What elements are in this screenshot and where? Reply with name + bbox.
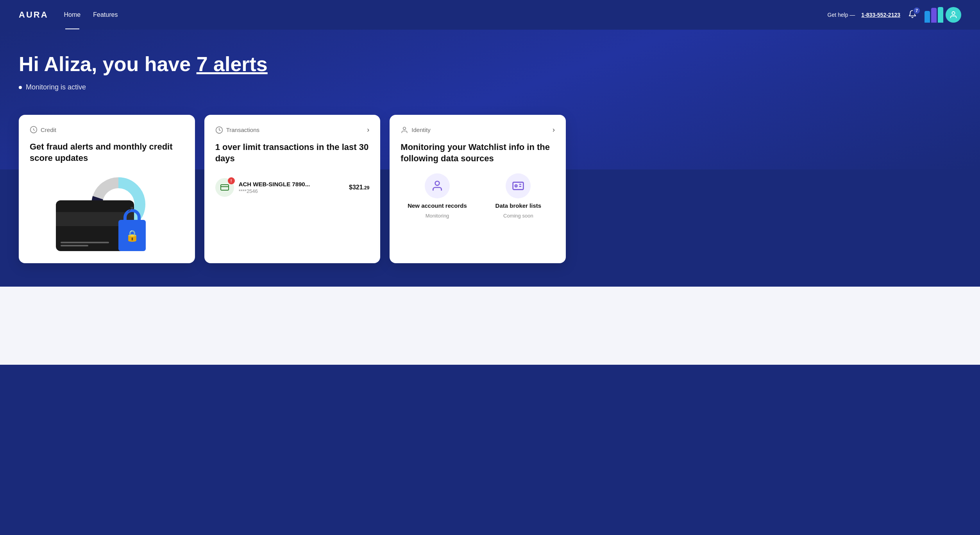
credit-title: Get fraud alerts and monthly credit scor…: [30, 141, 184, 164]
avatar-container: [925, 7, 961, 23]
source-1-name: New account records: [408, 202, 467, 209]
transactions-category: Transactions: [226, 127, 259, 133]
identity-chevron[interactable]: ›: [553, 126, 555, 134]
credit-card: Credit Get fraud alerts and monthly cred…: [19, 115, 195, 263]
nav-right: Get help — 1-833-552-2123 7: [828, 7, 961, 23]
identity-category: Identity: [411, 127, 430, 133]
identity-source-2: Data broker lists Coming soon: [482, 173, 555, 219]
id-card-icon: [512, 180, 524, 192]
bar-1: [925, 11, 930, 23]
identity-sources: New account records Monitoring Data brok…: [401, 173, 555, 219]
logo[interactable]: AURA: [19, 10, 48, 20]
lock-icon: 🔒: [118, 220, 146, 251]
amount-cents: .29: [363, 185, 370, 191]
notification-badge: 7: [913, 7, 921, 14]
hero-greeting: Hi Aliza, you have: [19, 53, 197, 75]
identity-source-1: New account records Monitoring: [401, 173, 474, 219]
identity-card[interactable]: Identity › Monitoring your Watchlist inf…: [390, 115, 566, 263]
credit-illustration: 🔒 ↗: [56, 173, 157, 251]
source-1-status: Monitoring: [426, 213, 449, 219]
svg-rect-6: [221, 185, 229, 190]
transaction-details: ACH WEB-SINGLE 7890... ****2546: [239, 181, 344, 194]
bar-2: [931, 8, 937, 23]
cards-section: Credit Get fraud alerts and monthly cred…: [0, 115, 980, 287]
svg-point-10: [515, 185, 517, 187]
transactions-header-left: Transactions: [215, 126, 259, 134]
source-2-status: Coming soon: [503, 213, 533, 219]
credit-header-left: Credit: [30, 126, 56, 134]
new-account-icon: [425, 173, 450, 198]
bar-3: [938, 7, 943, 23]
nav-home[interactable]: Home: [64, 11, 81, 18]
svg-point-8: [435, 181, 440, 185]
source-2-name: Data broker lists: [495, 202, 542, 209]
alert-dot: !: [228, 177, 235, 184]
transaction-name: ACH WEB-SINGLE 7890...: [239, 181, 344, 187]
person-icon: [431, 180, 444, 192]
transactions-icon: [215, 126, 223, 134]
amount-dollars: $321: [349, 184, 363, 191]
data-broker-icon: [506, 173, 531, 198]
notifications-button[interactable]: 7: [907, 8, 918, 22]
card-payment-icon: [220, 183, 229, 192]
color-bars: [925, 7, 943, 23]
transactions-chevron[interactable]: ›: [367, 126, 369, 134]
transactions-title: 1 over limit transactions in the last 30…: [215, 142, 370, 164]
page-background: [0, 287, 980, 365]
svg-rect-9: [513, 182, 524, 190]
nav-features[interactable]: Features: [93, 11, 118, 18]
bullet-point: [19, 86, 22, 89]
transactions-card-header: Transactions ›: [215, 126, 370, 134]
user-avatar[interactable]: [946, 7, 961, 23]
transaction-account: ****2546: [239, 188, 344, 194]
avatar-icon: [949, 11, 958, 19]
nav-links: Home Features: [64, 11, 118, 18]
identity-icon: [401, 126, 408, 134]
credit-card-header: Credit: [30, 126, 184, 134]
identity-card-header: Identity ›: [401, 126, 555, 134]
transactions-card[interactable]: Transactions › 1 over limit transactions…: [204, 115, 381, 263]
card-line-1: [61, 242, 109, 243]
transaction-amount: $321.29: [349, 184, 369, 191]
transaction-icon-wrap: !: [215, 178, 234, 197]
identity-title: Monitoring your Watchlist info in the fo…: [401, 142, 555, 164]
cards-grid: Credit Get fraud alerts and monthly cred…: [19, 115, 566, 263]
alerts-link[interactable]: 7 alerts: [197, 53, 268, 75]
phone-number[interactable]: 1-833-552-2123: [861, 12, 900, 18]
svg-point-7: [403, 127, 406, 130]
help-text: Get help —: [828, 12, 855, 18]
card-line-2: [61, 245, 88, 246]
identity-header-left: Identity: [401, 126, 430, 134]
credit-category: Credit: [41, 127, 56, 133]
svg-point-0: [952, 12, 955, 14]
monitoring-status: Monitoring is active: [26, 83, 86, 91]
hero-title: Hi Aliza, you have 7 alerts: [19, 53, 961, 75]
transaction-item: ! ACH WEB-SINGLE 7890... ****2546 $321.2…: [215, 173, 370, 202]
navigation: AURA Home Features Get help — 1-833-552-…: [0, 0, 980, 30]
hero-subtitle: Monitoring is active: [19, 83, 961, 91]
credit-icon: [30, 126, 38, 134]
